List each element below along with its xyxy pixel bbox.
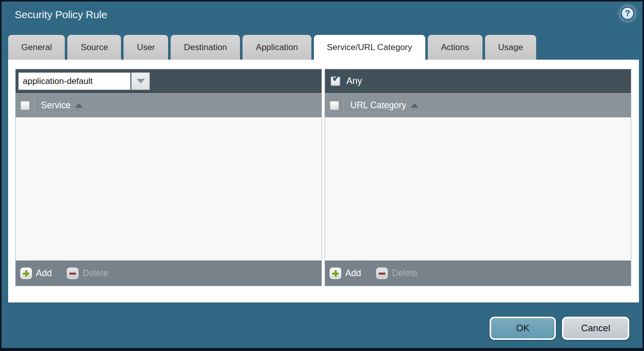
tab-usage[interactable]: Usage [485, 35, 536, 60]
service-toolbar: Add Delete [16, 260, 321, 286]
any-checkbox-row: ✓ Any [328, 76, 362, 86]
tab-application[interactable]: Application [243, 35, 311, 60]
title-bar: Security Policy Rule ? [2, 2, 642, 35]
dialog-title: Security Policy Rule [15, 9, 107, 21]
tab-general[interactable]: General [8, 35, 65, 60]
url-category-toolbar: Add Delete [325, 260, 631, 286]
service-add-button[interactable]: Add [20, 268, 52, 279]
add-icon [330, 268, 341, 279]
url-category-panel: ✓ Any URL Category Add [325, 69, 631, 286]
security-policy-rule-dialog: Security Policy Rule ? General Source Us… [0, 0, 644, 351]
tab-actions[interactable]: Actions [428, 35, 482, 60]
ok-button[interactable]: OK [490, 317, 556, 340]
service-select-all-cell [16, 101, 34, 110]
help-icon[interactable]: ? [621, 7, 634, 20]
delete-button-label: Delete [392, 268, 418, 279]
any-checkbox[interactable]: ✓ [331, 76, 340, 86]
any-checkbox-label: Any [346, 76, 362, 86]
service-type-dropdown-button[interactable] [131, 72, 150, 90]
service-panel: Service Add Delete [15, 69, 322, 286]
tab-bar: General Source User Destination Applicat… [8, 35, 536, 60]
sort-ascending-icon [411, 103, 419, 108]
sort-ascending-icon [75, 103, 83, 108]
tab-source[interactable]: Source [67, 35, 121, 60]
url-category-column-label: URL Category [350, 100, 406, 111]
url-category-add-button[interactable]: Add [330, 268, 361, 279]
url-category-select-all-checkbox[interactable] [330, 101, 339, 110]
tab-destination[interactable]: Destination [171, 35, 240, 60]
chevron-down-icon [137, 79, 145, 83]
service-select-all-checkbox[interactable] [20, 101, 30, 110]
service-column-label: Service [41, 100, 70, 111]
service-column-header[interactable]: Service [16, 93, 321, 117]
service-list-body [16, 117, 321, 260]
delete-icon [67, 268, 78, 279]
column-divider [343, 97, 344, 114]
tab-service-url-category[interactable]: Service/URL Category [314, 35, 426, 60]
service-panel-header [16, 69, 321, 93]
column-divider [34, 97, 34, 114]
add-icon [20, 268, 32, 279]
url-category-list-body [325, 117, 631, 260]
service-type-dropdown-value[interactable] [18, 72, 131, 90]
add-button-label: Add [36, 268, 52, 279]
service-type-dropdown[interactable] [18, 72, 150, 90]
tab-content-panel: Service Add Delete ✓ [8, 60, 639, 302]
add-button-label: Add [345, 268, 361, 279]
url-category-panel-header: ✓ Any [325, 69, 631, 93]
tab-user[interactable]: User [124, 35, 168, 60]
delete-icon [376, 268, 388, 279]
checkmark-icon: ✓ [331, 71, 343, 84]
url-category-column-header[interactable]: URL Category [325, 93, 631, 117]
delete-button-label: Delete [83, 268, 108, 279]
service-delete-button: Delete [67, 268, 108, 279]
url-category-select-all-cell [325, 101, 343, 110]
cancel-button[interactable]: Cancel [562, 317, 629, 340]
url-category-delete-button: Delete [376, 268, 418, 279]
